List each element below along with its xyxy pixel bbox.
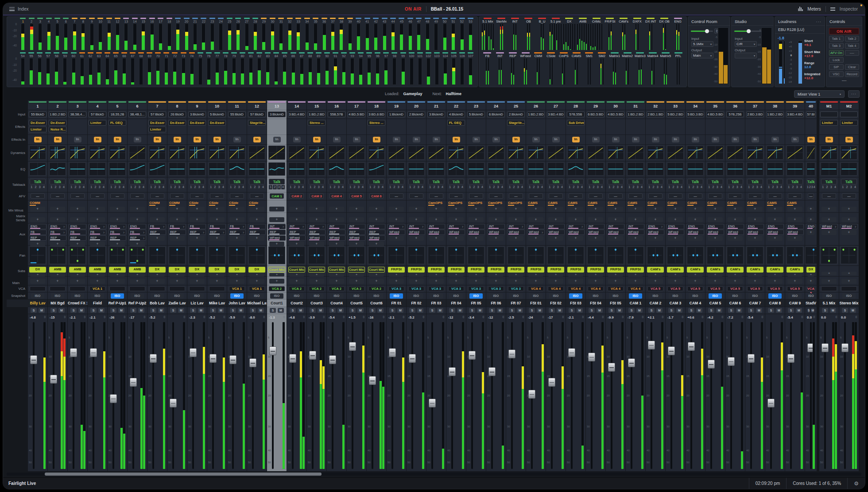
mute-button[interactable]: M [656,308,663,313]
matrix-send-add-button[interactable]: + [269,217,284,222]
pan-pad[interactable] [647,246,664,264]
pan-pad[interactable] [89,246,106,264]
fader-track[interactable] [491,322,493,469]
talk-assign-2[interactable]: 2 [113,185,117,189]
aux-send-rep[interactable]: REP⊦ [208,230,226,235]
aux-add-button[interactable]: + [409,236,424,241]
subs-add-button[interactable]: + [588,273,603,277]
talk-assign-2[interactable]: 2 [432,185,436,189]
snapshot-iso-button[interactable]: ISO [469,293,483,299]
controls-button-talk-2[interactable]: Talk 2 [845,36,860,42]
eq-graph[interactable] [587,162,604,176]
matrix-send-add-button[interactable]: + [309,217,324,222]
afv-assign[interactable]: CAM 4 [329,193,344,199]
talk-assign-1[interactable]: 1 [821,185,825,189]
vca-assign[interactable]: VCA 5 [667,286,683,291]
dynamics-graph[interactable] [747,146,763,160]
afv-assign[interactable]: — [250,193,264,199]
fader-handle[interactable] [708,360,715,369]
talk-assign-4[interactable]: 4 [122,185,125,189]
pan-pad[interactable] [248,246,265,264]
dynamics-graph[interactable] [667,146,684,160]
talk-assign-4[interactable]: 4 [421,185,424,189]
mix-minus-assign-cams[interactable]: CAMS [606,200,625,206]
subs-add-button[interactable]: + [329,273,344,277]
talk-assign-4[interactable]: 4 [361,185,364,189]
mute-button[interactable]: M [298,308,304,313]
pan-pad[interactable] [268,246,285,264]
talk-assign-2[interactable]: 2 [273,185,276,189]
effects-in-toggle[interactable]: In [353,137,360,142]
aux-send-int[interactable]: INT⊦ [388,224,405,229]
fader-handle[interactable] [508,350,515,358]
fader-track[interactable] [790,322,792,469]
subs-assign-fr-fst[interactable]: FR/FSt [448,267,465,273]
input-patch-chip[interactable]: 2:BD,1:BD [647,111,664,117]
talk-assign-3[interactable]: 3 [357,185,360,189]
talk-assign-1[interactable]: 1 [269,185,272,189]
vca-assign[interactable]: VCA 5 [727,286,743,291]
talk-assign-2[interactable]: 2 [412,185,416,189]
effects-in-toggle[interactable]: In [692,137,699,142]
fader-handle[interactable] [150,354,157,363]
mute-button[interactable]: M [497,308,503,313]
mute-button[interactable]: M [98,308,105,313]
talk-assign-3[interactable]: 3 [716,185,719,189]
talk-button[interactable]: Talk [628,179,643,184]
talk-button[interactable]: Talk [528,179,544,184]
input-patch-chip[interactable]: 57:BlckD [89,111,106,117]
subs-add-button[interactable]: + [289,273,304,277]
talk-assign-1[interactable]: 1 [89,185,93,189]
solo-button[interactable]: S [90,308,97,313]
subs-add-button[interactable]: + [688,273,703,277]
subs-assign-amb[interactable]: AMB [69,267,86,273]
controls-button-talk-3[interactable]: Talk 3 [829,43,844,49]
subs-add-button[interactable]: + [728,273,743,277]
talk-assign-4[interactable]: 4 [720,185,723,189]
talk-button[interactable]: Talk [667,179,683,184]
talk-button[interactable]: Talk [149,179,165,184]
fader-track[interactable] [332,322,333,469]
fader-track[interactable] [670,322,672,469]
fader-track[interactable] [93,322,94,469]
effects-in-toggle[interactable]: In [732,137,739,142]
vca-assign[interactable]: VCA 5 [647,286,663,291]
dynamics-graph[interactable] [229,146,245,160]
aux-send-fb[interactable]: FB [208,224,226,229]
matrix-send-add-button[interactable]: + [748,217,763,222]
fader-track[interactable] [212,322,214,469]
matrix-send-add-button[interactable]: + [369,217,384,222]
snapshot-iso-button[interactable]: ISO [210,293,224,299]
mix-minus-add-button[interactable]: + [130,207,145,211]
fader-handle[interactable] [269,346,276,355]
mute-button[interactable]: M [118,308,124,313]
solo-button[interactable]: S [628,308,635,313]
aux-send-eng[interactable]: ENG [706,224,724,229]
main-add-button[interactable]: + [807,279,814,284]
subs-assign-dx[interactable]: DX [248,267,265,273]
talk-assign-2[interactable]: 2 [632,185,635,189]
fader-track[interactable] [471,322,473,469]
aux-send-int[interactable]: INT [587,224,604,229]
input-patch-chip[interactable]: 55:BlckD [29,111,46,117]
main-add-button[interactable]: + [449,279,464,284]
aux-send-int[interactable]: INT [328,224,345,229]
effects-in-toggle[interactable]: In [293,137,301,142]
pan-pad[interactable] [288,246,305,264]
solo-button[interactable]: S [270,308,276,313]
mix-minus-assign-camops[interactable]: CamOPS [466,200,486,206]
vca-assign[interactable]: VCA 5 [707,286,723,291]
aux-send-wfeed[interactable]: WFeed [666,230,684,235]
fader-track[interactable] [770,322,772,469]
solo-button[interactable]: S [788,308,794,313]
solo-button[interactable]: S [429,308,435,313]
main-add-button[interactable]: + [728,279,743,284]
aux-add-button[interactable]: + [568,236,583,241]
aux-add-button[interactable]: + [170,236,185,241]
effects-in-toggle[interactable]: In [652,137,659,142]
talk-assign-2[interactable]: 2 [313,185,316,189]
talk-assign-1[interactable]: 1 [149,185,153,189]
afv-assign[interactable]: — [110,193,124,199]
talk-assign-1[interactable]: 1 [70,185,73,189]
snapshot-iso-button[interactable]: ISO [290,293,303,299]
